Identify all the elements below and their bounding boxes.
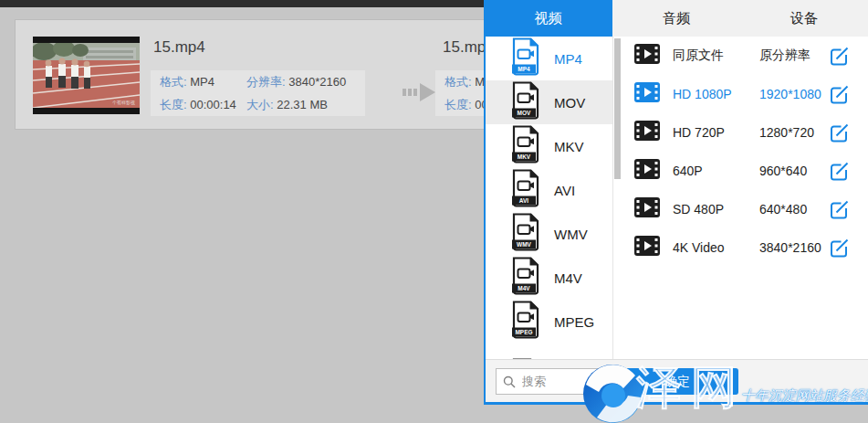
format-list: MP4 MP4 MOV MOV: [486, 37, 612, 359]
format-label: MPEG: [554, 314, 594, 330]
tab-video[interactable]: 视频: [484, 0, 612, 37]
format-label: 格式:: [160, 75, 187, 89]
format-item-avi[interactable]: AVI AVI: [486, 168, 612, 212]
source-file-title: 15.mp4: [153, 38, 205, 57]
edit-icon[interactable]: [829, 46, 850, 70]
format-item-m4v[interactable]: M4V M4V: [486, 256, 612, 300]
preset-item-original[interactable]: 同原文件 原分辨率: [621, 37, 868, 75]
film-icon: [634, 121, 660, 144]
format-item-mp4[interactable]: MP4 MP4: [486, 37, 612, 80]
m4v-file-icon: M4V: [509, 257, 542, 300]
tab-device[interactable]: 设备: [740, 0, 868, 37]
svg-text:MKV: MKV: [518, 153, 531, 160]
size-value: 22.31 MB: [277, 98, 328, 111]
preset-resolution: 原分辨率: [759, 48, 810, 64]
edit-icon[interactable]: [829, 122, 850, 147]
edit-icon[interactable]: [829, 161, 850, 185]
format-label: WMV: [554, 227, 588, 242]
preset-resolution: 1280*720: [759, 125, 814, 140]
film-icon: [634, 236, 660, 259]
svg-text:个有样影视: 个有样影视: [112, 100, 135, 106]
wmv-file-icon: WMV: [509, 213, 542, 256]
film-icon: [634, 82, 660, 106]
format-value: MP4: [190, 75, 214, 89]
format-label: 格式:: [444, 75, 472, 89]
format-label: MOV: [554, 95, 585, 111]
film-icon: [634, 159, 660, 183]
preset-item-hd720p[interactable]: HD 720P 1280*720: [621, 113, 868, 152]
svg-text:MP4: MP4: [518, 66, 530, 72]
resolution-value: 3840*2160: [288, 75, 346, 89]
format-label: M4V: [554, 270, 582, 286]
preset-list: 同原文件 原分辨率 HD 1080P 1920*1080: [621, 37, 868, 359]
preset-resolution: 960*640: [759, 164, 807, 178]
format-label: MKV: [554, 139, 584, 154]
mkv-file-icon: MKV: [509, 125, 542, 168]
edit-icon[interactable]: [829, 238, 850, 262]
preset-item-4k[interactable]: 4K Video 3840*2160: [621, 228, 868, 267]
film-icon: [634, 197, 660, 221]
svg-text:M4V: M4V: [518, 285, 530, 291]
format-item-mpeg[interactable]: MPEG MPEG: [486, 300, 612, 344]
mpeg-file-icon: MPEG: [509, 301, 542, 344]
size-label: 大小:: [246, 98, 274, 111]
svg-text:MPEG: MPEG: [515, 329, 532, 335]
mov-file-icon: MOV: [509, 81, 542, 124]
output-format-panel: 视频 音频 设备 MP4 MP4: [484, 0, 868, 405]
preset-item-640p[interactable]: 640P 960*640: [621, 152, 868, 190]
format-search-box[interactable]: [496, 368, 612, 395]
resolution-label: 分辨率:: [246, 75, 286, 89]
video-thumbnail: 个有样影视: [33, 37, 140, 114]
preset-resolution: 1920*1080: [759, 87, 821, 101]
tab-audio-label: 音频: [663, 10, 690, 27]
preset-resolution: 3840*2160: [759, 240, 821, 255]
preset-name: 同原文件: [673, 48, 724, 64]
preset-name: 640P: [673, 164, 703, 178]
format-label: MP4: [554, 51, 582, 67]
duration-value: 00:00:14: [190, 98, 236, 111]
search-icon: [503, 375, 516, 388]
svg-text:AVI: AVI: [519, 197, 529, 204]
tab-device-label: 设备: [790, 10, 818, 27]
format-label: AVI: [554, 183, 575, 198]
preset-item-sd480p[interactable]: SD 480P 640*480: [621, 190, 868, 228]
panel-footer: 确定: [486, 359, 868, 402]
panel-tabbar: 视频 音频 设备: [486, 0, 868, 37]
avi-file-icon: AVI: [509, 169, 542, 212]
duration-label: 长度:: [160, 98, 187, 111]
svg-text:MOV: MOV: [518, 110, 531, 116]
film-icon: [634, 44, 660, 68]
preset-name: 4K Video: [673, 240, 725, 255]
preset-resolution: 640*480: [759, 202, 807, 217]
tab-video-label: 视频: [535, 10, 562, 27]
format-item-mkv[interactable]: MKV MKV: [486, 124, 612, 168]
svg-text:WMV: WMV: [517, 241, 532, 248]
preset-name: SD 480P: [673, 202, 724, 217]
source-file-info: 格式: MP4 分辨率: 3840*2160 长度: 00:00:14 大小: …: [151, 70, 365, 116]
mp4-file-icon: MP4: [509, 37, 542, 80]
format-item-mov[interactable]: MOV MOV: [486, 80, 612, 124]
format-item-wmv[interactable]: WMV WMV: [486, 212, 612, 256]
edit-icon[interactable]: [829, 199, 850, 224]
tab-audio[interactable]: 音频: [612, 0, 740, 37]
edit-icon[interactable]: [829, 84, 850, 109]
search-input[interactable]: [520, 374, 606, 389]
convert-arrow-icon: [403, 82, 439, 106]
preset-item-hd1080p[interactable]: HD 1080P 1920*1080: [621, 75, 868, 113]
preset-name: HD 1080P: [673, 87, 732, 101]
duration-label: 长度:: [444, 98, 472, 111]
confirm-button[interactable]: 确定: [616, 368, 738, 395]
preset-name: HD 720P: [673, 125, 725, 140]
